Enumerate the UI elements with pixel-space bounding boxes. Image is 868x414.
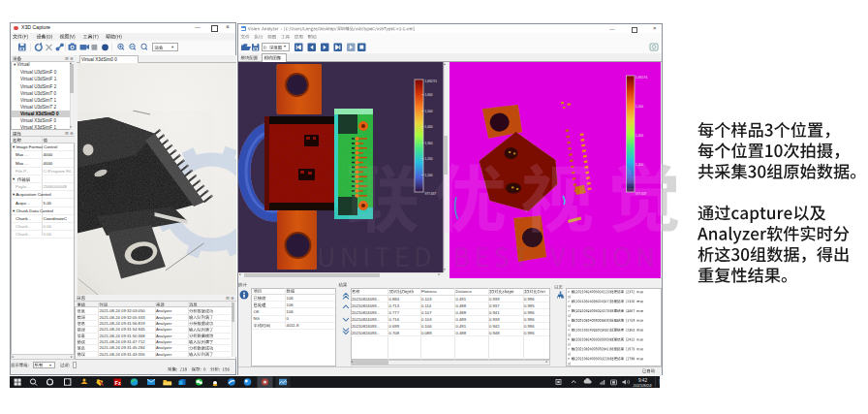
- svg-text:1,300: 1,300: [425, 142, 433, 145]
- svg-text:1,300: 1,300: [636, 163, 643, 167]
- svg-text:1,692.91: 1,692.91: [425, 80, 438, 83]
- svg-text:2021/8/24: 2021/8/24: [634, 383, 653, 388]
- svg-text:1,692.91: 1,692.91: [636, 76, 648, 80]
- svg-text:977.637: 977.637: [425, 192, 437, 196]
- svg-text:1,600: 1,600: [425, 93, 433, 97]
- svg-text:1,200: 1,200: [425, 157, 433, 161]
- svg-text:1,400: 1,400: [636, 134, 643, 138]
- svg-text:1,100: 1,100: [425, 174, 433, 177]
- svg-text:1,500: 1,500: [636, 105, 643, 109]
- svg-text:1,500: 1,500: [425, 110, 433, 113]
- svg-text:Fz: Fz: [115, 380, 121, 386]
- svg-text:1,400: 1,400: [425, 125, 433, 129]
- svg-text:977.637: 977.637: [636, 192, 647, 196]
